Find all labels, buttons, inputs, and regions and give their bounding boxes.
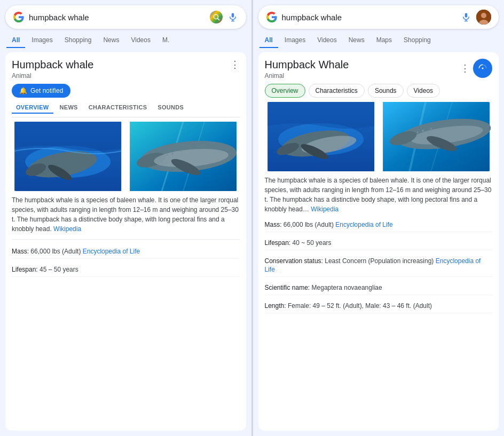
right-fact-conservation: Conservation status: Least Concern (Popu… xyxy=(265,255,493,278)
svg-point-16 xyxy=(180,150,182,152)
svg-point-36 xyxy=(422,130,424,132)
left-search-icons xyxy=(210,11,239,23)
left-fact-lifespan: Lifespan: 45 – 50 years xyxy=(12,263,240,277)
left-mass-link[interactable]: Encyclopedia of Life xyxy=(83,248,140,255)
left-inner-tabs: OVERVIEW NEWS CHARACTERISTICS SOUNDS xyxy=(12,102,240,117)
right-card-title: Humpback Whale xyxy=(265,59,349,71)
mic-icon-right[interactable] xyxy=(460,11,472,23)
tab-shopping-right[interactable]: Shopping xyxy=(398,33,436,48)
bell-icon: 🔔 xyxy=(19,87,27,94)
notify-btn-label: Get notified xyxy=(30,87,63,94)
left-card-subtitle: Animal xyxy=(12,72,93,80)
pill-tab-overview[interactable]: Overview xyxy=(265,84,305,98)
left-lifespan-label: Lifespan: xyxy=(12,266,38,273)
right-lifespan-label: Lifespan: xyxy=(265,239,291,247)
svg-point-38 xyxy=(416,132,418,133)
pill-tab-characteristics[interactable]: Characteristics xyxy=(309,84,365,98)
right-mass-link[interactable]: Encyclopedia of Life xyxy=(335,221,392,228)
left-wikipedia-link[interactable]: Wikipedia xyxy=(53,225,81,233)
pill-tab-sounds[interactable]: Sounds xyxy=(368,84,404,98)
left-desc-text: The humpback whale is a species of balee… xyxy=(12,196,239,233)
tab-news-left[interactable]: News xyxy=(98,33,124,48)
tab-more-left[interactable]: M. xyxy=(157,33,175,48)
right-whale-images xyxy=(265,102,493,171)
left-card-header: Humpback whale Animal ⋮ xyxy=(12,59,240,80)
left-description: The humpback whale is a species of balee… xyxy=(12,195,240,234)
left-divider-1 xyxy=(12,239,240,240)
right-knowledge-card: Humpback Whale Animal ⋮ Overview Charact… xyxy=(258,52,499,431)
tab-videos-right[interactable]: Videos xyxy=(312,33,342,48)
inner-tab-characteristics-left[interactable]: CHARACTERISTICS xyxy=(84,102,152,114)
right-card-actions: ⋮ xyxy=(460,59,492,78)
right-circle-btn[interactable] xyxy=(473,59,492,78)
right-lifespan-value: 40 ~ 50 years xyxy=(293,239,332,247)
tab-news-right[interactable]: News xyxy=(343,33,370,48)
google-logo-left xyxy=(13,11,25,23)
right-whale-img-1[interactable] xyxy=(265,102,377,171)
right-fact-sciname: Scientific name: Megaptera novaeangliae xyxy=(265,281,493,295)
tab-all-left[interactable]: All xyxy=(6,33,25,48)
inner-tab-sounds-left[interactable]: SOUNDS xyxy=(153,102,188,114)
left-whale-img-1[interactable] xyxy=(12,122,124,191)
svg-point-24 xyxy=(482,68,484,69)
tab-images-left[interactable]: Images xyxy=(26,33,58,48)
right-sciname-value: Megaptera novaeangliae xyxy=(312,284,382,291)
tab-images-right[interactable]: Images xyxy=(279,33,311,48)
left-panel: humpback whale All Images Shopping News … xyxy=(0,0,251,436)
right-search-text: humpback whale xyxy=(282,13,456,22)
tab-shopping-left[interactable]: Shopping xyxy=(59,33,97,48)
right-fact-length: Length: Female: 49 – 52 ft. (Adult), Mal… xyxy=(265,299,493,313)
right-pill-tabs: Overview Characteristics Sounds Videos xyxy=(265,84,493,98)
svg-point-39 xyxy=(436,131,437,132)
right-card-subtitle: Animal xyxy=(265,72,349,80)
right-description: The humpback whale is a species of balee… xyxy=(265,176,493,214)
user-avatar-right[interactable] xyxy=(476,10,491,25)
tab-videos-left[interactable]: Videos xyxy=(125,33,155,48)
pill-tab-videos[interactable]: Videos xyxy=(407,84,440,98)
svg-line-1 xyxy=(217,19,219,20)
left-search-text: humpback whale xyxy=(29,13,206,22)
right-conservation-value: Least Concern (Population increasing) xyxy=(325,257,434,265)
svg-point-17 xyxy=(167,155,168,156)
left-mass-value: 66,000 lbs (Adult) xyxy=(30,248,81,255)
google-logo-right xyxy=(266,11,278,23)
lens-icon-left[interactable] xyxy=(210,11,223,23)
right-fact-lifespan: Lifespan: 40 ~ 50 years xyxy=(265,236,493,250)
inner-tab-news-left[interactable]: NEWS xyxy=(56,102,82,114)
right-whale-img-2[interactable] xyxy=(380,102,492,171)
left-lifespan-value: 45 – 50 years xyxy=(40,266,78,273)
svg-point-22 xyxy=(481,13,486,18)
left-whale-images xyxy=(12,122,240,191)
right-mass-label: Mass: xyxy=(265,221,282,228)
left-card-title: Humpback whale xyxy=(12,59,93,71)
left-tabs: All Images Shopping News Videos M. xyxy=(5,33,246,48)
left-search-bar: humpback whale xyxy=(5,5,246,29)
right-card-header: Humpback Whale Animal ⋮ xyxy=(265,59,493,80)
right-wikipedia-link[interactable]: Wikipedia xyxy=(311,205,338,213)
svg-point-15 xyxy=(171,153,174,155)
left-knowledge-card: Humpback whale Animal ⋮ 🔔 Get notified O… xyxy=(5,52,246,431)
tab-all-right[interactable]: All xyxy=(259,33,278,48)
right-search-icons xyxy=(460,10,491,25)
left-mass-label: Mass: xyxy=(12,248,29,255)
tab-maps-right[interactable]: Maps xyxy=(371,33,397,48)
inner-tab-overview-left[interactable]: OVERVIEW xyxy=(12,102,53,114)
left-whale-img-2[interactable] xyxy=(127,122,239,191)
left-card-title-block: Humpback whale Animal xyxy=(12,59,93,80)
right-card-title-block: Humpback Whale Animal xyxy=(265,59,349,80)
right-sciname-label: Scientific name: xyxy=(265,284,310,291)
svg-rect-2 xyxy=(231,13,234,18)
right-conservation-label: Conservation status: xyxy=(265,257,323,265)
right-tabs: All Images Videos News Maps Shopping xyxy=(258,33,499,48)
right-panel: humpback whale All Images Videos News Ma… xyxy=(251,0,505,436)
svg-point-37 xyxy=(430,128,431,130)
notify-button[interactable]: 🔔 Get notified xyxy=(12,84,70,98)
right-search-bar: humpback whale xyxy=(258,5,499,29)
left-fact-mass: Mass: 66,000 lbs (Adult) Encyclopedia of… xyxy=(12,245,240,259)
left-more-icon[interactable]: ⋮ xyxy=(230,59,240,70)
right-desc-text: The humpback whale is a species of balee… xyxy=(265,177,492,213)
right-length-value: Female: 49 – 52 ft. (Adult), Male: 43 – … xyxy=(288,302,432,310)
right-more-icon[interactable]: ⋮ xyxy=(460,62,470,74)
mic-icon-left[interactable] xyxy=(227,11,239,23)
right-fact-mass: Mass: 66,000 lbs (Adult) Encyclopedia of… xyxy=(265,218,493,232)
